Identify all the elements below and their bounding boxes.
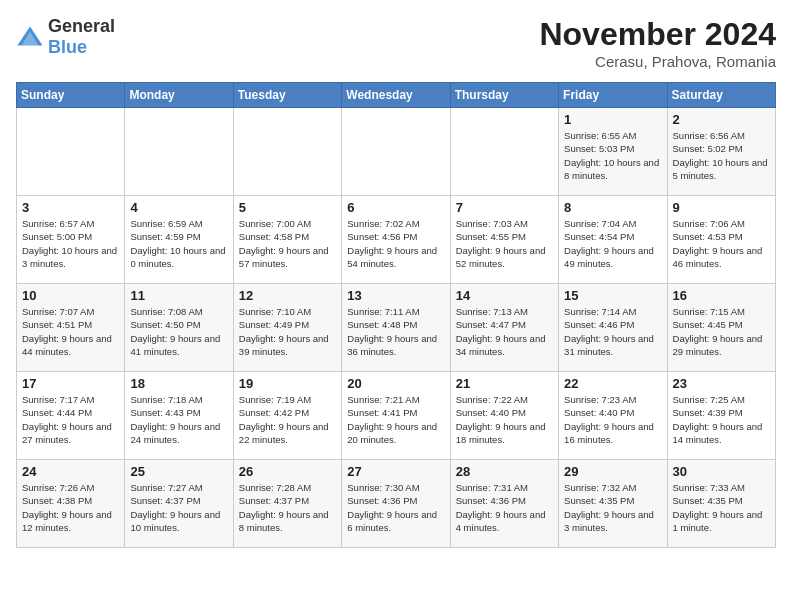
day-number: 30 bbox=[673, 464, 770, 479]
day-info: Sunrise: 7:13 AM Sunset: 4:47 PM Dayligh… bbox=[456, 305, 553, 358]
day-cell: 21Sunrise: 7:22 AM Sunset: 4:40 PM Dayli… bbox=[450, 372, 558, 460]
calendar-table: SundayMondayTuesdayWednesdayThursdayFrid… bbox=[16, 82, 776, 548]
day-cell: 4Sunrise: 6:59 AM Sunset: 4:59 PM Daylig… bbox=[125, 196, 233, 284]
day-info: Sunrise: 7:10 AM Sunset: 4:49 PM Dayligh… bbox=[239, 305, 336, 358]
day-info: Sunrise: 7:28 AM Sunset: 4:37 PM Dayligh… bbox=[239, 481, 336, 534]
day-info: Sunrise: 7:02 AM Sunset: 4:56 PM Dayligh… bbox=[347, 217, 444, 270]
day-number: 28 bbox=[456, 464, 553, 479]
day-info: Sunrise: 6:56 AM Sunset: 5:02 PM Dayligh… bbox=[673, 129, 770, 182]
day-info: Sunrise: 7:30 AM Sunset: 4:36 PM Dayligh… bbox=[347, 481, 444, 534]
day-number: 14 bbox=[456, 288, 553, 303]
day-number: 23 bbox=[673, 376, 770, 391]
day-info: Sunrise: 7:08 AM Sunset: 4:50 PM Dayligh… bbox=[130, 305, 227, 358]
day-info: Sunrise: 7:27 AM Sunset: 4:37 PM Dayligh… bbox=[130, 481, 227, 534]
title-block: November 2024 Cerasu, Prahova, Romania bbox=[539, 16, 776, 70]
day-cell: 17Sunrise: 7:17 AM Sunset: 4:44 PM Dayli… bbox=[17, 372, 125, 460]
day-cell: 1Sunrise: 6:55 AM Sunset: 5:03 PM Daylig… bbox=[559, 108, 667, 196]
logo-general: General bbox=[48, 16, 115, 36]
day-number: 2 bbox=[673, 112, 770, 127]
day-number: 16 bbox=[673, 288, 770, 303]
day-number: 26 bbox=[239, 464, 336, 479]
page-header: General Blue November 2024 Cerasu, Praho… bbox=[16, 16, 776, 70]
day-info: Sunrise: 7:19 AM Sunset: 4:42 PM Dayligh… bbox=[239, 393, 336, 446]
day-number: 12 bbox=[239, 288, 336, 303]
day-number: 21 bbox=[456, 376, 553, 391]
header-cell-sunday: Sunday bbox=[17, 83, 125, 108]
day-number: 15 bbox=[564, 288, 661, 303]
calendar-header: SundayMondayTuesdayWednesdayThursdayFrid… bbox=[17, 83, 776, 108]
day-info: Sunrise: 7:33 AM Sunset: 4:35 PM Dayligh… bbox=[673, 481, 770, 534]
day-number: 3 bbox=[22, 200, 119, 215]
day-info: Sunrise: 7:23 AM Sunset: 4:40 PM Dayligh… bbox=[564, 393, 661, 446]
day-cell: 3Sunrise: 6:57 AM Sunset: 5:00 PM Daylig… bbox=[17, 196, 125, 284]
day-info: Sunrise: 7:25 AM Sunset: 4:39 PM Dayligh… bbox=[673, 393, 770, 446]
day-cell: 16Sunrise: 7:15 AM Sunset: 4:45 PM Dayli… bbox=[667, 284, 775, 372]
day-info: Sunrise: 7:11 AM Sunset: 4:48 PM Dayligh… bbox=[347, 305, 444, 358]
day-info: Sunrise: 7:04 AM Sunset: 4:54 PM Dayligh… bbox=[564, 217, 661, 270]
week-row-4: 24Sunrise: 7:26 AM Sunset: 4:38 PM Dayli… bbox=[17, 460, 776, 548]
day-info: Sunrise: 7:17 AM Sunset: 4:44 PM Dayligh… bbox=[22, 393, 119, 446]
day-number: 1 bbox=[564, 112, 661, 127]
logo-blue: Blue bbox=[48, 37, 87, 57]
day-cell: 2Sunrise: 6:56 AM Sunset: 5:02 PM Daylig… bbox=[667, 108, 775, 196]
day-cell: 24Sunrise: 7:26 AM Sunset: 4:38 PM Dayli… bbox=[17, 460, 125, 548]
header-cell-thursday: Thursday bbox=[450, 83, 558, 108]
day-cell: 7Sunrise: 7:03 AM Sunset: 4:55 PM Daylig… bbox=[450, 196, 558, 284]
header-cell-tuesday: Tuesday bbox=[233, 83, 341, 108]
day-number: 5 bbox=[239, 200, 336, 215]
day-cell: 6Sunrise: 7:02 AM Sunset: 4:56 PM Daylig… bbox=[342, 196, 450, 284]
day-number: 22 bbox=[564, 376, 661, 391]
day-number: 17 bbox=[22, 376, 119, 391]
day-number: 11 bbox=[130, 288, 227, 303]
header-row: SundayMondayTuesdayWednesdayThursdayFrid… bbox=[17, 83, 776, 108]
day-cell: 11Sunrise: 7:08 AM Sunset: 4:50 PM Dayli… bbox=[125, 284, 233, 372]
day-cell bbox=[342, 108, 450, 196]
day-cell bbox=[17, 108, 125, 196]
header-cell-monday: Monday bbox=[125, 83, 233, 108]
day-info: Sunrise: 7:21 AM Sunset: 4:41 PM Dayligh… bbox=[347, 393, 444, 446]
day-number: 9 bbox=[673, 200, 770, 215]
day-info: Sunrise: 7:03 AM Sunset: 4:55 PM Dayligh… bbox=[456, 217, 553, 270]
day-cell: 23Sunrise: 7:25 AM Sunset: 4:39 PM Dayli… bbox=[667, 372, 775, 460]
day-info: Sunrise: 7:32 AM Sunset: 4:35 PM Dayligh… bbox=[564, 481, 661, 534]
logo: General Blue bbox=[16, 16, 115, 58]
day-number: 18 bbox=[130, 376, 227, 391]
header-cell-saturday: Saturday bbox=[667, 83, 775, 108]
day-cell: 5Sunrise: 7:00 AM Sunset: 4:58 PM Daylig… bbox=[233, 196, 341, 284]
location: Cerasu, Prahova, Romania bbox=[539, 53, 776, 70]
day-info: Sunrise: 7:15 AM Sunset: 4:45 PM Dayligh… bbox=[673, 305, 770, 358]
day-cell: 15Sunrise: 7:14 AM Sunset: 4:46 PM Dayli… bbox=[559, 284, 667, 372]
day-cell: 20Sunrise: 7:21 AM Sunset: 4:41 PM Dayli… bbox=[342, 372, 450, 460]
header-cell-friday: Friday bbox=[559, 83, 667, 108]
week-row-0: 1Sunrise: 6:55 AM Sunset: 5:03 PM Daylig… bbox=[17, 108, 776, 196]
day-info: Sunrise: 7:26 AM Sunset: 4:38 PM Dayligh… bbox=[22, 481, 119, 534]
day-cell: 27Sunrise: 7:30 AM Sunset: 4:36 PM Dayli… bbox=[342, 460, 450, 548]
day-cell: 28Sunrise: 7:31 AM Sunset: 4:36 PM Dayli… bbox=[450, 460, 558, 548]
day-info: Sunrise: 7:00 AM Sunset: 4:58 PM Dayligh… bbox=[239, 217, 336, 270]
day-cell: 13Sunrise: 7:11 AM Sunset: 4:48 PM Dayli… bbox=[342, 284, 450, 372]
day-number: 27 bbox=[347, 464, 444, 479]
day-info: Sunrise: 7:18 AM Sunset: 4:43 PM Dayligh… bbox=[130, 393, 227, 446]
day-cell: 30Sunrise: 7:33 AM Sunset: 4:35 PM Dayli… bbox=[667, 460, 775, 548]
day-info: Sunrise: 7:22 AM Sunset: 4:40 PM Dayligh… bbox=[456, 393, 553, 446]
day-cell: 25Sunrise: 7:27 AM Sunset: 4:37 PM Dayli… bbox=[125, 460, 233, 548]
header-cell-wednesday: Wednesday bbox=[342, 83, 450, 108]
day-cell: 18Sunrise: 7:18 AM Sunset: 4:43 PM Dayli… bbox=[125, 372, 233, 460]
day-number: 7 bbox=[456, 200, 553, 215]
day-info: Sunrise: 7:07 AM Sunset: 4:51 PM Dayligh… bbox=[22, 305, 119, 358]
day-number: 29 bbox=[564, 464, 661, 479]
day-cell: 14Sunrise: 7:13 AM Sunset: 4:47 PM Dayli… bbox=[450, 284, 558, 372]
day-number: 20 bbox=[347, 376, 444, 391]
day-number: 6 bbox=[347, 200, 444, 215]
day-cell: 29Sunrise: 7:32 AM Sunset: 4:35 PM Dayli… bbox=[559, 460, 667, 548]
day-info: Sunrise: 7:14 AM Sunset: 4:46 PM Dayligh… bbox=[564, 305, 661, 358]
day-number: 10 bbox=[22, 288, 119, 303]
day-cell bbox=[233, 108, 341, 196]
logo-icon bbox=[16, 23, 44, 51]
week-row-1: 3Sunrise: 6:57 AM Sunset: 5:00 PM Daylig… bbox=[17, 196, 776, 284]
week-row-3: 17Sunrise: 7:17 AM Sunset: 4:44 PM Dayli… bbox=[17, 372, 776, 460]
day-number: 19 bbox=[239, 376, 336, 391]
day-cell: 26Sunrise: 7:28 AM Sunset: 4:37 PM Dayli… bbox=[233, 460, 341, 548]
day-info: Sunrise: 7:06 AM Sunset: 4:53 PM Dayligh… bbox=[673, 217, 770, 270]
day-info: Sunrise: 6:59 AM Sunset: 4:59 PM Dayligh… bbox=[130, 217, 227, 270]
